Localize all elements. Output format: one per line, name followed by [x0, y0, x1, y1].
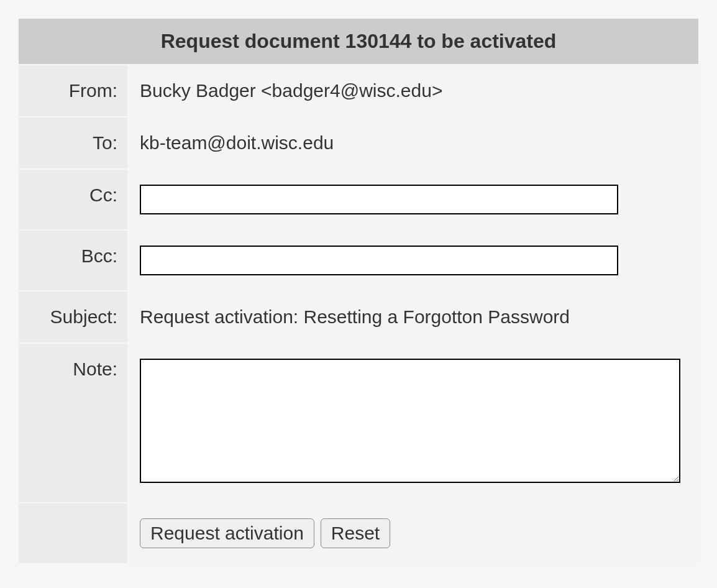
to-value: kb-team@doit.wisc.edu — [129, 117, 698, 168]
button-row: Request activation Reset — [140, 518, 687, 548]
cc-input[interactable] — [140, 185, 618, 214]
bcc-input[interactable] — [140, 246, 618, 275]
cc-label: Cc: — [19, 170, 127, 229]
request-activation-button[interactable]: Request activation — [140, 518, 314, 548]
note-textarea[interactable] — [140, 359, 680, 483]
button-row-label — [19, 503, 127, 563]
subject-value: Request activation: Resetting a Forgotto… — [129, 292, 698, 342]
to-label: To: — [19, 117, 127, 168]
reset-button[interactable]: Reset — [321, 518, 390, 548]
bcc-label: Bcc: — [19, 231, 127, 290]
from-label: From: — [19, 65, 127, 116]
from-value: Bucky Badger <badger4@wisc.edu> — [129, 65, 698, 116]
subject-label: Subject: — [19, 292, 127, 342]
form-title: Request document 130144 to be activated — [19, 19, 698, 64]
note-label: Note: — [19, 344, 127, 502]
activation-request-form: Request document 130144 to be activated … — [17, 17, 700, 564]
